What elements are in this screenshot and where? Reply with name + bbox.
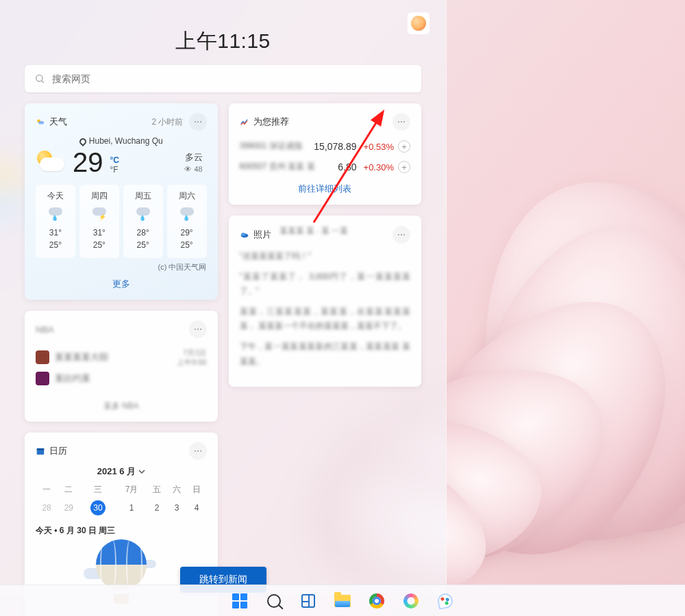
game-row[interactable]: 某某某某大阳 7月1日上午9:00 <box>36 348 207 368</box>
svg-point-6 <box>200 121 201 123</box>
widgets-panel: 上午11:15 天气 2 小时前 Hubei, Wuchang Qu 29 <box>0 0 447 595</box>
sports-footer[interactable]: 某多 NBA <box>36 400 207 412</box>
chart-icon <box>240 117 249 127</box>
svg-point-0 <box>36 75 42 81</box>
forecast-day[interactable]: 周五💧28°25° <box>123 185 163 258</box>
team-logo <box>36 350 49 364</box>
svg-point-5 <box>197 121 198 123</box>
chrome-button[interactable] <box>367 591 386 611</box>
add-stock-button[interactable]: + <box>398 140 410 153</box>
game-row[interactable]: 某比约某 <box>36 372 207 385</box>
recommend-details-link[interactable]: 前往详细列表 <box>240 183 411 195</box>
onedrive-icon <box>240 230 249 240</box>
svg-point-21 <box>401 233 402 235</box>
photos-text: "这某某某某了吗！" <box>240 249 411 264</box>
svg-point-12 <box>194 450 195 452</box>
svg-point-16 <box>401 121 402 123</box>
taskbar <box>0 585 685 616</box>
team-logo <box>36 372 49 385</box>
search-icon <box>34 73 45 84</box>
game-time: 7月1日上午9:00 <box>177 348 206 368</box>
weather-card: 天气 2 小时前 Hubei, Wuchang Qu 29 °C °F 多云 👁… <box>25 103 218 300</box>
svg-point-19 <box>241 233 245 236</box>
start-button[interactable] <box>230 591 249 611</box>
svg-rect-11 <box>37 448 45 450</box>
search-input[interactable] <box>52 73 412 84</box>
svg-point-3 <box>38 121 44 125</box>
paint-button[interactable] <box>436 591 455 611</box>
svg-point-4 <box>194 121 195 123</box>
svg-point-22 <box>403 233 405 235</box>
user-avatar[interactable] <box>408 12 429 34</box>
weather-more-link[interactable]: 更多 <box>36 278 207 290</box>
svg-line-1 <box>42 81 44 83</box>
team-name: 某比约某 <box>55 372 90 385</box>
team-name: 某某某某大阳 <box>55 351 108 363</box>
file-explorer-button[interactable] <box>333 591 352 611</box>
svg-point-17 <box>403 121 405 123</box>
weather-condition: 多云 👁 48 <box>184 151 206 174</box>
photos-text: 下午，某一某某某某某的三某某，某某某某 某某某。 <box>240 339 411 369</box>
location-icon <box>78 137 88 146</box>
calendar-grid[interactable]: 一二三7月五六日 2829301234 <box>36 482 207 518</box>
recommend-more-button[interactable] <box>393 113 410 131</box>
svg-point-9 <box>200 329 201 330</box>
add-stock-button[interactable]: + <box>398 161 410 173</box>
weather-now-icon <box>36 148 66 178</box>
weather-attribution: (c) 中国天气网 <box>36 262 207 272</box>
chevron-down-icon <box>138 468 145 475</box>
photos-more-button[interactable] <box>393 226 410 244</box>
finance-row[interactable]: 399001 深证成指15,078.89+0.53%+ <box>240 136 411 157</box>
sports-title: NBA <box>36 324 54 335</box>
calendar-today-line: 今天 • 6 月 30 日 周三 <box>36 525 207 537</box>
svg-point-8 <box>197 329 198 330</box>
svg-point-13 <box>197 450 198 452</box>
photos-text: "某某了某某了， 3,000円了，某一某某某某了。" <box>240 270 411 299</box>
finance-row[interactable]: 600507 贵州 某某 某6.80+0.30%+ <box>240 157 411 177</box>
sports-more-button[interactable] <box>189 320 207 338</box>
weather-updated: 2 小时前 <box>151 116 183 128</box>
taskbar-search-button[interactable] <box>264 591 284 611</box>
weather-more-button[interactable] <box>189 113 207 131</box>
svg-point-20 <box>398 233 399 235</box>
recommend-card: 为您推荐 399001 深证成指15,078.89+0.53%+600507 贵… <box>229 103 422 205</box>
svg-point-14 <box>200 450 201 452</box>
search-box[interactable] <box>25 65 421 92</box>
temp-unit-toggle[interactable]: °C °F <box>110 155 119 175</box>
svg-point-7 <box>194 329 195 330</box>
calendar-title: 日历 <box>49 445 67 457</box>
browser-button[interactable] <box>401 591 421 611</box>
forecast-day[interactable]: 今天💧31°25° <box>36 185 75 258</box>
weather-title: 天气 <box>49 116 67 128</box>
weather-temp: 29 <box>73 147 103 178</box>
widgets-button[interactable] <box>299 591 318 611</box>
clock: 上午11:15 <box>25 27 421 55</box>
recommend-title: 为您推荐 <box>253 116 289 128</box>
weather-location: Hubei, Wuchang Qu <box>36 136 207 146</box>
svg-point-15 <box>398 121 399 123</box>
calendar-more-button[interactable] <box>189 442 207 460</box>
forecast-day[interactable]: 周四⚡31°25° <box>79 185 119 258</box>
photos-title: 照片 <box>253 229 271 241</box>
photos-text: 某某，三某某某某，某某某，在某某某某某某， 某某某一个不在的某某某，某某不下了。 <box>240 305 411 334</box>
weather-icon <box>36 117 45 127</box>
calendar-month[interactable]: 2021 6 月 <box>36 465 207 478</box>
forecast-day[interactable]: 周六💧29°25° <box>167 185 207 258</box>
forecast-row: 今天💧31°25°周四⚡31°25°周五💧28°25°周六💧29°25° <box>36 185 207 258</box>
calendar-icon <box>36 446 45 456</box>
sports-card: NBA 某某某某大阳 7月1日上午9:00 某比约某 某多 NBA <box>25 311 218 422</box>
photos-subhead: 某某某 某 · 某 一某 <box>279 225 349 237</box>
photos-card: 照片 某某某 某 · 某 一某 "这某某某某了吗！" "某某了某某了， 3,00… <box>229 216 422 387</box>
